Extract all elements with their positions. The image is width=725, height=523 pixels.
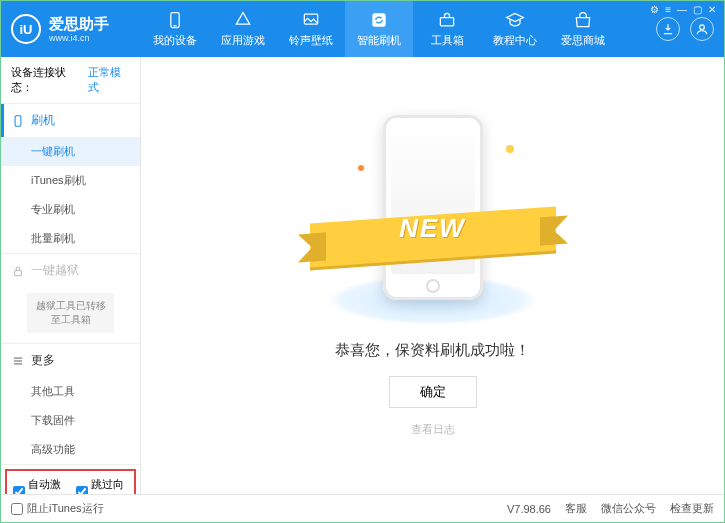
sidebar-item-other-tools[interactable]: 其他工具 bbox=[1, 377, 140, 406]
tab-toolbox[interactable]: 工具箱 bbox=[413, 1, 481, 57]
new-ribbon: NEW bbox=[338, 213, 528, 244]
sidebar-more[interactable]: 更多 bbox=[1, 344, 140, 377]
checkbox-auto-activate[interactable]: 自动激活 bbox=[13, 477, 66, 494]
tab-my-device[interactable]: 我的设备 bbox=[141, 1, 209, 57]
checkbox-skip-guide[interactable]: 跳过向导 bbox=[76, 477, 129, 494]
sidebar-item-itunes-flash[interactable]: iTunes刷机 bbox=[1, 166, 140, 195]
svg-rect-3 bbox=[372, 13, 385, 26]
connection-status: 设备连接状态： 正常模式 bbox=[1, 57, 140, 104]
app-url: www.i4.cn bbox=[49, 33, 109, 44]
success-message: 恭喜您，保资料刷机成功啦！ bbox=[335, 341, 530, 360]
sidebar-item-download-fw[interactable]: 下载固件 bbox=[1, 406, 140, 435]
svg-rect-7 bbox=[15, 270, 22, 275]
svg-rect-4 bbox=[440, 18, 453, 26]
update-link[interactable]: 检查更新 bbox=[670, 501, 714, 516]
sidebar: 设备连接状态： 正常模式 刷机 一键刷机 iTunes刷机 专业刷机 批量刷机 … bbox=[1, 57, 141, 494]
graduation-icon bbox=[505, 10, 525, 30]
success-illustration: NEW bbox=[338, 115, 528, 325]
phone-icon bbox=[165, 10, 185, 30]
tab-apps[interactable]: 应用游戏 bbox=[209, 1, 277, 57]
header-right bbox=[656, 1, 714, 57]
phone-icon bbox=[11, 114, 25, 128]
status-mode: 正常模式 bbox=[88, 65, 130, 95]
ok-button[interactable]: 确定 bbox=[389, 376, 477, 408]
wechat-link[interactable]: 微信公众号 bbox=[601, 501, 656, 516]
download-icon[interactable] bbox=[656, 17, 680, 41]
options-highlight: 自动激活 跳过向导 bbox=[5, 469, 136, 494]
tab-smart-flash[interactable]: 智能刷机 bbox=[345, 1, 413, 57]
lock-icon bbox=[11, 264, 25, 278]
sidebar-item-batch-flash[interactable]: 批量刷机 bbox=[1, 224, 140, 253]
tab-tutorial[interactable]: 教程中心 bbox=[481, 1, 549, 57]
toolbox-icon bbox=[437, 10, 457, 30]
sidebar-flash[interactable]: 刷机 bbox=[1, 104, 140, 137]
sidebar-item-pro-flash[interactable]: 专业刷机 bbox=[1, 195, 140, 224]
footer: 阻止iTunes运行 V7.98.66 客服 微信公众号 检查更新 bbox=[1, 494, 724, 522]
jailbreak-note: 越狱工具已转移至工具箱 bbox=[27, 293, 114, 333]
apps-icon bbox=[233, 10, 253, 30]
view-log-link[interactable]: 查看日志 bbox=[411, 422, 455, 437]
store-icon bbox=[573, 10, 593, 30]
svg-rect-6 bbox=[15, 115, 21, 126]
checkbox-block-itunes[interactable]: 阻止iTunes运行 bbox=[11, 501, 104, 516]
refresh-icon bbox=[369, 10, 389, 30]
menu-icon bbox=[11, 354, 25, 368]
sidebar-item-oneclick-flash[interactable]: 一键刷机 bbox=[1, 137, 140, 166]
main-content: NEW 恭喜您，保资料刷机成功啦！ 确定 查看日志 bbox=[141, 57, 724, 494]
sidebar-item-advanced[interactable]: 高级功能 bbox=[1, 435, 140, 464]
service-link[interactable]: 客服 bbox=[565, 501, 587, 516]
nav-tabs: 我的设备 应用游戏 铃声壁纸 智能刷机 工具箱 教程中心 爱思商城 bbox=[141, 1, 617, 57]
app-title: 爱思助手 bbox=[49, 15, 109, 33]
sidebar-jailbreak: 一键越狱 bbox=[1, 254, 140, 287]
wallpaper-icon bbox=[301, 10, 321, 30]
version-label: V7.98.66 bbox=[507, 503, 551, 515]
user-icon[interactable] bbox=[690, 17, 714, 41]
svg-point-5 bbox=[700, 25, 705, 30]
logo-icon: iU bbox=[11, 14, 41, 44]
tab-ringtone[interactable]: 铃声壁纸 bbox=[277, 1, 345, 57]
tab-store[interactable]: 爱思商城 bbox=[549, 1, 617, 57]
app-header: ⚙ ≡ — ▢ ✕ iU 爱思助手 www.i4.cn 我的设备 应用游戏 铃声… bbox=[1, 1, 724, 57]
logo[interactable]: iU 爱思助手 www.i4.cn bbox=[11, 14, 141, 44]
